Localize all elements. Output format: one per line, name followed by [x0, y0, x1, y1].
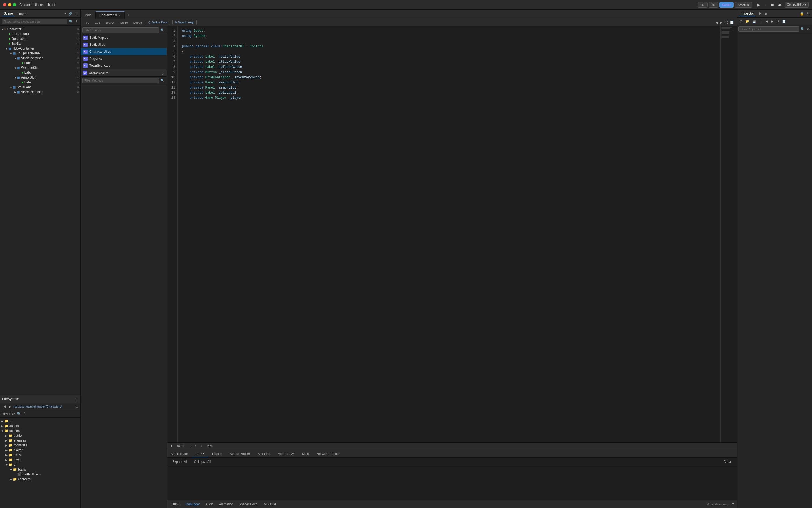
tab-monitors[interactable]: Monitors: [254, 451, 274, 457]
visibility-vboxcontainer1[interactable]: 👁: [77, 57, 79, 60]
visibility-hboxcontainer[interactable]: 👁: [77, 47, 79, 50]
visibility-background[interactable]: 👁: [77, 33, 79, 36]
code-area[interactable]: 1 2 3 4 5 6 7 8 9 10 11 12 13 14: [167, 26, 737, 442]
visibility-statspanel[interactable]: 👁: [77, 86, 79, 89]
fs-item-assets[interactable]: ▶ 📁 assets: [0, 424, 81, 428]
debug-menu-btn[interactable]: Debug: [132, 20, 144, 25]
visibility-topbar[interactable]: 👁: [77, 42, 79, 45]
edit-menu-btn[interactable]: Edit: [93, 20, 102, 25]
visibility-label1[interactable]: 👁: [77, 61, 79, 65]
tab-errors[interactable]: Errors: [192, 450, 208, 457]
inspector-save-btn[interactable]: 💾: [752, 19, 757, 24]
fs-item-scenes[interactable]: ▼ 📁 scenes: [0, 428, 81, 433]
step-btn[interactable]: ⏭: [776, 2, 782, 7]
inspector-filter-search-btn[interactable]: 🔍: [800, 27, 805, 32]
new-tab-btn[interactable]: +: [125, 11, 132, 18]
collapse-toggle-btn[interactable]: ◀: [170, 444, 172, 447]
tree-item-characterui[interactable]: ▼ ○ CharacterUI 👁: [0, 27, 81, 32]
inspector-more-btn[interactable]: ⋮: [759, 19, 764, 24]
visibility-label2[interactable]: 👁: [77, 71, 79, 74]
tree-item-statspanel[interactable]: ▼ ▦ StatsPanel 👁: [0, 85, 81, 90]
scene-menu-btn[interactable]: ⋮: [74, 11, 78, 16]
online-docs-btn[interactable]: ⬡ Online Docs: [146, 20, 170, 25]
fs-item-ui[interactable]: ▼ 📁 ui: [0, 462, 81, 467]
search-help-btn[interactable]: ⚲ Search Help: [172, 20, 197, 25]
fs-item-dotdot[interactable]: ▶ 📁 ...: [0, 419, 81, 424]
inspector-folder-btn[interactable]: 📁: [744, 19, 750, 24]
fs-item-monsters[interactable]: ▶ 📁 monsters: [0, 443, 81, 448]
visibility-characterui[interactable]: 👁: [77, 28, 79, 31]
tree-item-vboxcontainer2[interactable]: ▶ ▦ VBoxContainer 👁: [0, 90, 81, 94]
tree-item-topbar[interactable]: ■ TopBar 👁: [0, 41, 81, 46]
doc-icon-btn[interactable]: 📄: [729, 20, 734, 25]
scripts-filter-search-btn[interactable]: 🔍: [160, 28, 165, 33]
tree-item-equipmentpanel[interactable]: ▼ ▦ EquipmentPanel 👁: [0, 51, 81, 56]
mode-script-btn[interactable]: Script: [719, 2, 734, 7]
fs-item-skills[interactable]: ▶ 📁 skills: [0, 453, 81, 457]
close-window-btn[interactable]: [3, 3, 6, 6]
tree-item-armorslot[interactable]: ▼ ▦ ArmorSlot 👁: [0, 75, 81, 80]
script-item-player[interactable]: C# Player.cs: [81, 55, 167, 62]
mode-3d-btn[interactable]: 3D: [708, 2, 718, 7]
clear-btn[interactable]: Clear: [721, 459, 733, 464]
tree-item-label3[interactable]: ■ Label 👁: [0, 80, 81, 85]
tab-msbuild[interactable]: MSBuild: [262, 502, 278, 507]
tree-item-label2[interactable]: ■ Label 👁: [0, 70, 81, 75]
tab-debugger[interactable]: Debugger: [184, 502, 202, 507]
fs-item-player[interactable]: ▶ 📁 player: [0, 448, 81, 453]
goto-menu-btn[interactable]: Go To: [118, 20, 129, 25]
tree-item-vboxcontainer1[interactable]: ▼ ▦ VBoxContainer 👁: [0, 56, 81, 60]
stop-btn[interactable]: ⏹: [769, 2, 775, 7]
tab-audio[interactable]: Audio: [204, 502, 215, 507]
scripts-filter-input[interactable]: [82, 28, 159, 33]
visibility-armorslot[interactable]: 👁: [77, 76, 79, 79]
tree-item-weaponslot[interactable]: ▼ ▦ WeaponSlot 👁: [0, 66, 81, 70]
scene-filter-search-btn[interactable]: 🔍: [68, 19, 74, 24]
file-menu-btn[interactable]: File: [83, 20, 91, 25]
tree-item-label1[interactable]: ■ Label 👁: [0, 60, 81, 66]
tree-item-goldlabel[interactable]: ■ GoldLabel 👁: [0, 36, 81, 41]
fs-item-ui-battle[interactable]: ▼ 📁 battle: [0, 467, 81, 472]
inspector-refresh-btn[interactable]: ↺: [775, 19, 780, 24]
mode-2d-btn[interactable]: 2D: [698, 2, 707, 7]
code-forward-btn[interactable]: ▶: [719, 20, 723, 25]
fs-item-enemies[interactable]: ▶ 📁 enemies: [0, 438, 81, 443]
script-item-townscene[interactable]: C# TownScene.cs: [81, 62, 167, 69]
fs-filter-search-btn[interactable]: 🔍: [16, 411, 22, 416]
script-item-characterui[interactable]: C# CharacterUI.cs: [81, 48, 167, 55]
tree-item-background[interactable]: ■ Background 👁: [0, 32, 81, 36]
collapse-all-btn[interactable]: Collapse All: [192, 459, 213, 464]
tab-inspector[interactable]: Inspector: [739, 11, 756, 16]
maximize-window-btn[interactable]: [13, 3, 16, 6]
mode-assetlib-btn[interactable]: AssetLib: [735, 2, 752, 7]
tab-main[interactable]: Main: [81, 11, 95, 18]
inspector-prev-btn[interactable]: ◀: [765, 19, 769, 24]
tab-misc[interactable]: Misc: [298, 451, 313, 457]
fs-forward-btn[interactable]: ▶: [8, 404, 12, 409]
tab-visual-profiler[interactable]: Visual Profiler: [227, 451, 254, 457]
tab-video-ram[interactable]: Video RAM: [274, 451, 298, 457]
expand-all-btn[interactable]: Expand All: [170, 459, 190, 464]
inspector-doc-btn[interactable]: 📄: [781, 19, 787, 24]
script-item-battlemap[interactable]: C# BattleMap.cs: [81, 34, 167, 41]
script-item-battleui[interactable]: C# BattleUI.cs: [81, 41, 167, 48]
scene-filter-options-btn[interactable]: ⋮: [75, 19, 79, 24]
link-node-btn[interactable]: 🔗: [68, 11, 73, 16]
fs-filter-options-btn[interactable]: ⋮: [23, 411, 27, 416]
code-content[interactable]: using Godot; using System; public partia…: [178, 26, 721, 442]
inspector-node-btn[interactable]: ⬡: [738, 19, 743, 24]
add-node-btn[interactable]: +: [64, 11, 67, 16]
tab-output[interactable]: Output: [169, 502, 182, 507]
tab-close-btn[interactable]: ✕: [118, 14, 121, 17]
inspector-filter-options-btn[interactable]: ⚙: [806, 27, 810, 32]
fs-menu-btn[interactable]: ⋮: [74, 396, 78, 401]
methods-filter-search-btn[interactable]: 🔍: [160, 78, 165, 83]
tab-stack-trace[interactable]: Stack Trace: [167, 451, 192, 457]
visibility-label3[interactable]: 👁: [77, 81, 79, 84]
play-btn[interactable]: ▶: [756, 2, 761, 7]
visibility-goldlabel[interactable]: 👁: [77, 37, 79, 40]
inspector-next-btn[interactable]: ▶: [770, 19, 774, 24]
tree-item-hboxcontainer[interactable]: ▼ ▦ HBoxContainer 👁: [0, 46, 81, 51]
inspector-filter-input[interactable]: [738, 26, 799, 32]
search-menu-btn[interactable]: Search: [104, 20, 116, 25]
